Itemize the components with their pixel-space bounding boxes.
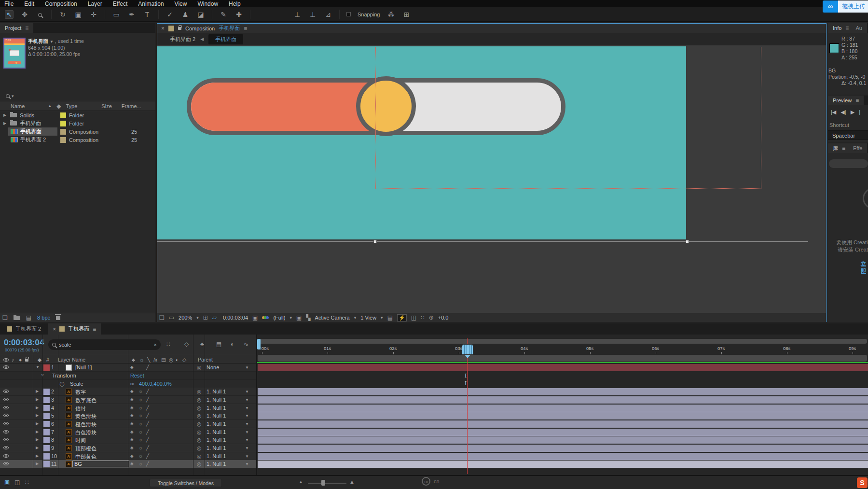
project-row-folder[interactable]: ▶ 手机界面 Folder [0, 119, 155, 127]
visibility-eye-icon[interactable] [3, 454, 9, 458]
scale-value[interactable]: 400.0,400.0% [139, 381, 172, 387]
visibility-eye-icon[interactable] [3, 414, 9, 417]
menu-view[interactable]: View [175, 0, 187, 7]
parent-caret-icon[interactable]: ▼ [245, 462, 249, 466]
label-chip-lavender[interactable] [43, 405, 50, 411]
timeline-search-box[interactable]: scale × [48, 339, 161, 350]
grid-options-icon[interactable]: ⊞ [203, 315, 208, 321]
pan-behind-tool-icon[interactable]: ✛ [89, 11, 98, 18]
frame-blend-switch-icon[interactable]: ▤ [161, 357, 166, 363]
label-chip[interactable] [60, 112, 66, 118]
roto-brush-tool-icon[interactable]: ✎ [219, 11, 228, 18]
parent-select[interactable]: 1. Null 1 [207, 437, 226, 443]
visibility-eye-icon[interactable] [3, 438, 9, 441]
disclosure-closed-icon[interactable]: ▶ [36, 454, 39, 458]
axis-local-icon[interactable]: ⊥ [293, 11, 302, 18]
pick-whip-icon[interactable]: ◎ [197, 437, 202, 443]
layer-name-column[interactable]: Layer Name [58, 357, 85, 363]
layer-row-8[interactable]: ▶ 8 Ai 时间 ♣☼╱ ◎ 1. Null 1 ▼ [0, 436, 257, 444]
layer-bar[interactable] [258, 429, 868, 436]
always-preview-icon[interactable]: ❏ [159, 315, 165, 321]
pick-whip-icon[interactable]: ◎ [197, 461, 202, 467]
menu-animation[interactable]: Animation [138, 0, 164, 7]
timeline-button-icon[interactable]: ◫ [411, 315, 416, 321]
project-row-comp2[interactable]: 手机界面 2 Composition 25 [0, 136, 155, 144]
label-column-icon[interactable]: ◆ [38, 357, 41, 363]
shy-switch-icon[interactable]: ♣ [132, 357, 135, 363]
resize-handle[interactable] [373, 240, 377, 243]
solo-column-icon[interactable]: ● [19, 357, 22, 363]
reset-link[interactable]: Reset [130, 373, 144, 378]
fast-previews-icon[interactable]: ⚡ [397, 314, 407, 321]
parent-caret-icon[interactable]: ▼ [245, 446, 249, 450]
project-search[interactable]: ▾ [0, 91, 155, 101]
pick-whip-icon[interactable]: ◎ [197, 397, 202, 403]
frame-blend-icon[interactable]: ▤ [216, 341, 221, 347]
fx-switch-icon[interactable]: fx [153, 357, 157, 363]
layer-bar[interactable] [258, 420, 868, 428]
link-dimensions-icon[interactable]: ∞ [130, 381, 135, 387]
shape-tool-icon[interactable]: ▭ [112, 11, 121, 18]
layer-row-11-selected[interactable]: ▶ 11 Ai BG ♣☼╱ ◎ 1. Null 1 ▼ [0, 460, 257, 468]
bpc-button[interactable]: 8 bpc [37, 315, 50, 321]
pick-whip-icon[interactable]: ◎ [197, 405, 202, 411]
region-of-interest-icon[interactable]: ▣ [296, 315, 302, 321]
disclosure-closed-icon[interactable]: ▶ [36, 421, 39, 426]
label-chip[interactable] [60, 129, 66, 135]
tab-effects[interactable]: Effe [853, 145, 862, 151]
libraries-search-input[interactable] [829, 159, 868, 168]
label-chip-lavender[interactable] [43, 429, 50, 435]
threed-switch-icon[interactable]: ◇ [182, 357, 186, 363]
pick-whip-icon[interactable]: ◎ [197, 389, 202, 395]
view-caret-icon[interactable]: ▾ [381, 315, 383, 320]
keyframe-marker[interactable]: I [465, 380, 467, 387]
lock-icon[interactable] [178, 27, 181, 30]
timeline-tab-active[interactable]: × 手机界面 ≡ [48, 323, 101, 335]
layer-bar[interactable] [258, 436, 868, 444]
resolution-select[interactable]: (Full) [273, 315, 285, 321]
col-frame[interactable]: Frame... [122, 103, 141, 109]
hand-tool-icon[interactable]: ✥ [20, 11, 29, 18]
layer-row-9[interactable]: ▶ 9 Ai 顶部橙色 ♣☼╱ ◎ 1. Null 1 ▼ [0, 444, 257, 452]
primary-viewer-icon[interactable]: ▭ [169, 315, 174, 321]
clone-stamp-tool-icon[interactable]: ♟ [181, 11, 190, 18]
layer-row-1[interactable]: ▼ 1 [Null 1] ♣ ╱ ◎ None ▼ [0, 363, 257, 372]
visibility-eye-icon[interactable] [3, 398, 9, 401]
viewer-comp-name[interactable]: 手机界面 [219, 25, 240, 32]
menu-layer[interactable]: Layer [88, 0, 102, 7]
quality-switch-icon[interactable]: ╲ [147, 357, 150, 363]
cc-install-link[interactable]: 立即 [861, 260, 868, 275]
shortcut-select[interactable]: Spacebar [828, 130, 868, 140]
transform-group-row[interactable]: ▼ Transform Reset [0, 372, 257, 380]
number-column[interactable]: # [46, 357, 49, 363]
close-icon[interactable]: × [53, 326, 56, 332]
trash-icon[interactable] [56, 316, 60, 320]
menu-effect[interactable]: Effect [113, 0, 127, 7]
visibility-eye-icon[interactable] [3, 406, 9, 409]
parent-select[interactable]: 1. Null 1 [207, 445, 226, 451]
pixel-aspect-icon[interactable]: ▤ [387, 315, 393, 321]
layer-row-7[interactable]: ▶ 7 Ai 白色滑块 ♣☼╱ ◎ 1. Null 1 ▼ [0, 428, 257, 436]
parent-caret-icon[interactable]: ▼ [245, 398, 249, 402]
disclosure-closed-icon[interactable]: ▶ [36, 389, 39, 393]
label-chip[interactable] [60, 137, 66, 143]
tab-project[interactable]: Project ≡ [0, 23, 33, 33]
parent-select[interactable]: 1. Null 1 [207, 429, 226, 435]
layer-row-5[interactable]: ▶ 5 Ai 黄色滑块 ♣☼╱ ◎ 1. Null 1 ▼ [0, 412, 257, 420]
layer-row-6[interactable]: ▶ 6 Ai 橙色滑块 ♣☼╱ ◎ 1. Null 1 ▼ [0, 420, 257, 428]
label-chip-lavender[interactable] [43, 397, 50, 403]
selection-tool-icon[interactable]: ↖ [5, 10, 14, 19]
parent-caret-icon[interactable]: ▼ [245, 430, 249, 434]
layer-bar[interactable] [258, 405, 868, 412]
layer-bar[interactable] [258, 388, 868, 395]
label-chip[interactable] [60, 121, 66, 126]
hide-shy-icon[interactable]: ♣ [200, 341, 204, 347]
adjustment-switch-icon[interactable]: ◐ [176, 357, 179, 363]
pick-whip-icon[interactable]: ◎ [197, 364, 202, 371]
graph-editor-icon[interactable]: ∿ [244, 341, 248, 347]
parent-select[interactable]: 1. Null 1 [207, 413, 226, 419]
close-panel-icon[interactable]: × [161, 26, 165, 31]
current-timecode[interactable]: 0:00:03:04 [4, 338, 44, 348]
zoom-level[interactable]: 200% [179, 315, 192, 321]
toggle-switches-modes-button[interactable]: Toggle Switches / Modes [150, 479, 222, 487]
